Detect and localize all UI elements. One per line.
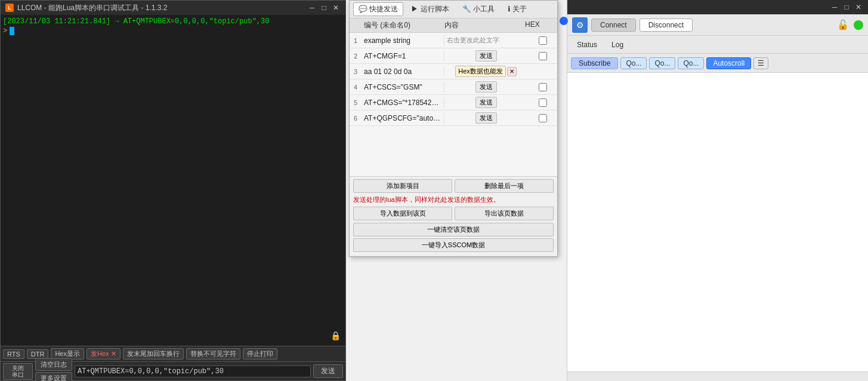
title-bar: L LLCOM - 能跑Lua脚本的串口调试工具 - 1.1.3.2 ─ □ ✕	[1, 1, 345, 15]
row4-send-button[interactable]: 发送	[475, 81, 497, 93]
table-row: 6 AT+QGPSCFG="autogps",1 发送	[350, 110, 557, 126]
lock-icon: 🔓	[837, 19, 849, 30]
row6-hex-checkbox[interactable]	[539, 114, 547, 122]
add-item-button[interactable]: 添加新项目	[353, 179, 452, 193]
terminal-area: [2023/11/03 11:21:21.841] → AT+QMTPUBEX=…	[1, 15, 345, 346]
right-action-bar: Subscribe Qo... Qo... Qo... Autoscroll ☰	[567, 54, 868, 73]
connection-status-dot	[854, 20, 863, 30]
main-window: L LLCOM - 能跑Lua脚本的串口调试工具 - 1.1.3.2 ─ □ ✕…	[0, 0, 346, 381]
delete-last-button[interactable]: 删除最后一项	[455, 179, 554, 193]
window-controls: ─ □ ✕	[307, 3, 341, 13]
tab-run-script[interactable]: ▶ 运行脚本	[406, 2, 454, 16]
add-newline-button[interactable]: 发末尾加回车换行	[123, 348, 184, 360]
table-row: 3 aa 01 02 0d 0a Hex数据也能发 ✕	[350, 64, 557, 79]
rts-button[interactable]: RTS	[3, 349, 24, 359]
lua-note: 发送处理的lua脚本，同样对此处发送的数据生效。	[353, 195, 554, 204]
right-title-bar: ─ □ ✕	[567, 0, 868, 14]
right-panel: ─ □ ✕ ⚙ Connect Disconnect 🔓 Status Log …	[567, 0, 868, 381]
replace-invisible-button[interactable]: 替换不可见字符	[186, 348, 240, 360]
qo2-button[interactable]: Qo...	[649, 57, 675, 69]
row4-hex-checkbox[interactable]	[539, 83, 547, 91]
import-page-button[interactable]: 导入数据到该页	[353, 207, 452, 220]
add-delete-row: 添加新项目 删除最后一项	[353, 179, 554, 193]
right-toolbar: ⚙ Connect Disconnect 🔓	[567, 14, 868, 36]
maximize-button[interactable]: □	[319, 3, 329, 13]
send-input[interactable]	[75, 365, 311, 377]
quick-panel-footer: 添加新项目 删除最后一项 发送处理的lua脚本，同样对此处发送的数据生效。 导入…	[350, 176, 557, 256]
stop-print-button[interactable]: 停止打印	[243, 348, 277, 360]
more-options-button[interactable]: ☰	[753, 57, 768, 69]
right-scrollbar[interactable]	[567, 371, 868, 381]
import-export-row: 导入数据到该页 导出该页数据	[353, 207, 554, 220]
quick-panel-header: 💬 快捷发送 ▶ 运行脚本 🔧 小工具 ℹ 关于	[350, 1, 557, 19]
minimize-button[interactable]: ─	[307, 3, 317, 13]
table-row: 1 example string 右击更改此处文字	[350, 33, 557, 48]
export-page-button[interactable]: 导出该页数据	[455, 207, 554, 220]
settings-icon: ⚙	[572, 17, 588, 33]
lock-icon: 🔒	[330, 331, 341, 341]
app-icon: L	[5, 4, 14, 12]
dtr-button[interactable]: DTR	[27, 349, 49, 359]
more-settings-button[interactable]: 更多设置	[35, 372, 72, 382]
tab-status[interactable]: Status	[572, 39, 602, 50]
window-title: LLCOM - 能跑Lua脚本的串口调试工具 - 1.1.3.2	[17, 3, 167, 13]
table-row: 5 AT+CMGS="*17854227581" 发送	[350, 95, 557, 110]
row6-send-button[interactable]: 发送	[475, 112, 497, 124]
right-maximize-button[interactable]: □	[842, 2, 851, 12]
row2-hex-checkbox[interactable]	[539, 52, 547, 60]
subscribe-button[interactable]: Subscribe	[571, 57, 618, 69]
blue-dot-indicator	[560, 17, 568, 25]
table-header: 编号 (未命名0) 内容 HEX	[350, 19, 557, 33]
about-icon: ℹ	[508, 5, 511, 13]
table-row: 2 AT+CMGF=1 发送	[350, 48, 557, 64]
disconnect-button[interactable]: Disconnect	[640, 19, 693, 32]
row5-hex-checkbox[interactable]	[539, 99, 547, 107]
run-script-icon: ▶	[411, 5, 418, 13]
right-minimize-button[interactable]: ─	[830, 2, 839, 12]
close-button[interactable]: ✕	[331, 3, 341, 13]
right-close-button[interactable]: ✕	[854, 2, 863, 12]
terminal-line-1: [2023/11/03 11:21:21.841] → AT+QMTPUBEX=…	[3, 17, 343, 26]
row3-close-button[interactable]: ✕	[507, 67, 517, 76]
cursor	[10, 27, 14, 35]
tools-icon: 🔧	[462, 5, 471, 13]
tab-log[interactable]: Log	[607, 39, 628, 50]
import-sscom-button[interactable]: 一键导入SSCOM数据	[353, 238, 554, 252]
right-title-controls: ─ □ ✕	[830, 2, 863, 12]
quick-rows: 1 example string 右击更改此处文字 2 AT+CMGF=1 发送…	[350, 33, 557, 176]
qo1-button[interactable]: Qo...	[620, 57, 647, 69]
prompt-line: >	[3, 27, 343, 35]
tab-quick-send[interactable]: 💬 快捷发送	[353, 2, 403, 16]
table-row: 4 AT+CSCS="GSM" 发送	[350, 79, 557, 95]
quick-panel: 💬 快捷发送 ▶ 运行脚本 🔧 小工具 ℹ 关于 编号 (未命名0) 内容 HE…	[349, 0, 558, 257]
tab-about[interactable]: ℹ 关于	[502, 2, 532, 16]
send-hex-button[interactable]: 发Hex ✕	[87, 348, 121, 360]
row1-hex-checkbox[interactable]	[539, 36, 547, 45]
right-tabs: Status Log	[567, 36, 868, 54]
autoscroll-button[interactable]: Autoscroll	[706, 57, 751, 69]
clear-page-button[interactable]: 一键清空该页数据	[353, 223, 554, 236]
main-send-button[interactable]: 发送	[313, 364, 343, 378]
close-port-button[interactable]: 关闭串口	[3, 363, 33, 380]
row3-hex-send-button[interactable]: Hex数据也能发	[455, 66, 506, 77]
qo3-button[interactable]: Qo...	[678, 57, 704, 69]
quick-send-icon: 💬	[359, 5, 367, 13]
bottom-input-row: 关闭串口 清空日志 更多设置 发送	[1, 361, 345, 380]
tab-tools[interactable]: 🔧 小工具	[457, 2, 500, 16]
connect-button[interactable]: Connect	[591, 19, 636, 32]
prompt-arrow: >	[3, 27, 7, 35]
clear-log-button[interactable]: 清空日志	[35, 358, 72, 371]
row2-send-button[interactable]: 发送	[475, 50, 497, 62]
row5-send-button[interactable]: 发送	[475, 97, 497, 108]
right-content	[567, 73, 868, 371]
